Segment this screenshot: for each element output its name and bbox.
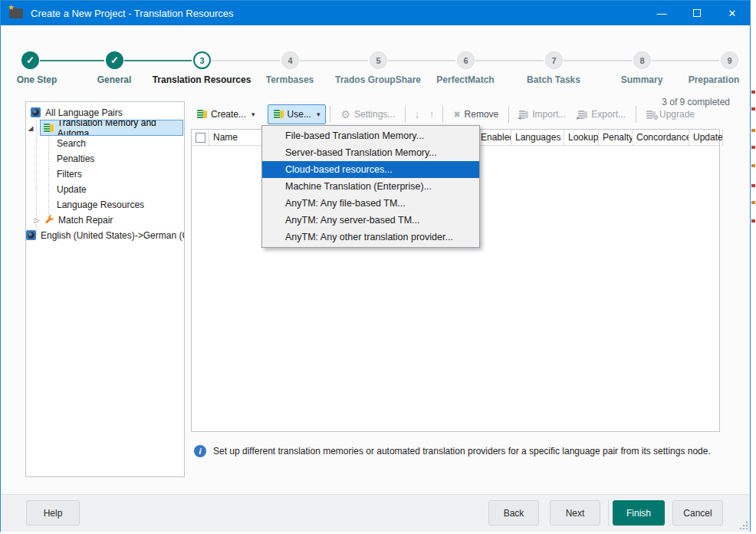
column-header-penalty[interactable]: Penalty — [599, 130, 633, 146]
step-circle-translation-resources[interactable]: 3 — [193, 51, 211, 69]
footer-separator — [608, 499, 609, 526]
tree-item-search[interactable]: Search — [26, 136, 184, 150]
use-label: Use... — [288, 109, 311, 120]
tree-item-label: Update — [57, 184, 87, 195]
step-circle-summary[interactable]: 8 — [633, 51, 651, 69]
close-button[interactable]: ✕ — [715, 1, 750, 25]
step-label-trados-groupshare[interactable]: Trados GroupShare — [328, 74, 428, 85]
step-connector — [564, 60, 632, 61]
tree-item-all-language-pairs[interactable]: All Language Pairs — [26, 105, 184, 120]
tree-item-label: Penalties — [57, 153, 94, 164]
import-button[interactable]: ◂ Import... — [513, 104, 572, 124]
tree-item-translation-memory-selected[interactable]: Translation Memory and Automa — [40, 120, 183, 136]
tree-item-label: English (United States)->German (Ge — [41, 230, 185, 241]
background-app-content — [751, 219, 755, 222]
finish-button[interactable]: Finish — [613, 500, 665, 526]
wrench-icon — [44, 215, 54, 225]
column-header-enabled[interactable]: Enabled — [477, 130, 511, 146]
menu-item-file-based-tm[interactable]: File-based Translation Memory... — [262, 127, 479, 144]
background-app-content — [751, 184, 755, 187]
select-all-checkbox[interactable] — [196, 133, 205, 143]
tree-item-english-german-pair[interactable]: English (United States)->German (Ge — [26, 228, 184, 242]
move-down-button[interactable]: ↓ — [409, 108, 424, 120]
star-icon: ★ — [8, 4, 15, 12]
menu-item-machine-translation-enterprise[interactable]: Machine Translation (Enterprise)... — [262, 178, 479, 195]
tree-item-match-repair[interactable]: ▷ Match Repair — [26, 213, 184, 227]
use-dropdown-menu: File-based Translation Memory... Server-… — [261, 125, 480, 248]
step-circle-general[interactable]: ✓ — [106, 51, 123, 69]
remove-x-icon: ✖ — [453, 109, 460, 120]
language-pair-icon — [26, 230, 36, 240]
remove-button[interactable]: ✖ Remove — [447, 104, 505, 124]
step-circle-preparation[interactable]: 9 — [721, 51, 738, 69]
remove-label: Remove — [465, 109, 499, 120]
column-header-update[interactable]: Update — [689, 130, 723, 146]
next-button[interactable]: Next — [550, 500, 600, 526]
step-circle-termbases[interactable]: 4 — [281, 51, 299, 69]
column-header-concordance[interactable]: Concordance — [633, 130, 689, 146]
translation-memory-icon — [44, 124, 54, 133]
step-circle-trados-groupshare[interactable]: 5 — [370, 51, 387, 69]
step-label-termbases[interactable]: Termbases — [240, 74, 340, 85]
menu-item-cloud-based-resources[interactable]: Cloud-based resources... — [262, 161, 479, 178]
step-label-perfectmatch[interactable]: PerfectMatch — [416, 74, 515, 85]
step-number: 9 — [727, 56, 731, 65]
maximize-button[interactable] — [679, 1, 715, 25]
step-circle-batch-tasks[interactable]: 7 — [545, 51, 563, 69]
screen: ★ Create a New Project - Translation Res… — [0, 0, 756, 534]
tree-item-label: Translation Memory and Automa — [58, 120, 182, 136]
caret-down-icon: ▾ — [251, 110, 255, 118]
background-app-content — [751, 91, 755, 94]
info-icon: i — [194, 445, 206, 457]
wizard-steps: ✓ ✓ 3 4 5 6 7 8 9 One Step General Trans… — [1, 25, 750, 87]
step-connector — [40, 60, 104, 61]
export-arrow-icon: ▸ — [577, 114, 580, 121]
tree-item-filters[interactable]: Filters — [26, 166, 184, 181]
gear-icon: ⚙ — [653, 114, 659, 121]
export-button[interactable]: ▸ Export... — [572, 104, 632, 124]
footer: Help Back Next Finish Cancel — [1, 494, 750, 532]
window-title: Create a New Project - Translation Resou… — [31, 8, 233, 19]
collapsed-icon[interactable]: ▷ — [32, 216, 41, 224]
cancel-button[interactable]: Cancel — [672, 500, 723, 526]
step-number: 5 — [376, 56, 380, 65]
translation-memory-icon — [197, 110, 207, 119]
column-header-lookup[interactable]: Lookup — [564, 130, 599, 146]
move-up-button[interactable]: ↑ — [424, 108, 439, 120]
step-connector — [212, 60, 280, 61]
minimize-button[interactable]: — — [644, 1, 679, 25]
tree-item-label: Filters — [57, 169, 82, 180]
create-button[interactable]: Create... ▾ — [191, 104, 261, 124]
expanded-icon[interactable]: ◢ — [26, 124, 35, 132]
step-label-batch-tasks[interactable]: Batch Tasks — [504, 74, 603, 85]
step-connector — [475, 60, 544, 61]
menu-item-server-based-tm[interactable]: Server-based Translation Memory... — [262, 144, 479, 161]
help-button[interactable]: Help — [26, 500, 80, 526]
toolbar-separator — [330, 106, 330, 123]
use-button[interactable]: Use... ▾ — [268, 104, 327, 124]
resize-grip[interactable] — [738, 520, 748, 529]
menu-item-anytm-file-based[interactable]: AnyTM: Any file-based TM... — [262, 195, 479, 212]
menu-item-anytm-server-based[interactable]: AnyTM: Any server-based TM... — [262, 212, 479, 229]
step-circle-perfectmatch[interactable]: 6 — [457, 51, 475, 69]
background-app-content — [751, 164, 755, 167]
tree-item-label: Search — [57, 138, 86, 149]
tree-item-penalties[interactable]: Penalties — [26, 151, 184, 166]
tm-toolbar: Create... ▾ Use... ▾ ⚙ Settings... ↓ ↑ ✖… — [191, 103, 720, 126]
tree-item-update[interactable]: Update — [26, 182, 184, 196]
check-icon: ✓ — [26, 54, 35, 66]
column-header-languages[interactable]: Languages — [511, 130, 564, 146]
step-circle-one-step[interactable]: ✓ — [21, 51, 39, 69]
step-label-preparation[interactable]: Preparation — [664, 74, 756, 85]
upgrade-button[interactable]: ⚙ Upgrade — [640, 104, 701, 124]
step-label-general[interactable]: General — [64, 74, 164, 85]
step-number: 7 — [551, 56, 556, 65]
step-label-translation-resources[interactable]: Translation Resources — [152, 74, 251, 85]
back-button[interactable]: Back — [488, 500, 539, 526]
settings-button[interactable]: ⚙ Settings... — [334, 104, 401, 124]
import-arrow-icon: ◂ — [518, 114, 521, 121]
tree-item-language-resources[interactable]: Language Resources — [26, 197, 184, 212]
menu-item-anytm-other-provider[interactable]: AnyTM: Any other translation provider... — [262, 229, 479, 246]
export-icon: ▸ — [578, 110, 587, 119]
arrow-up-icon: ↑ — [429, 108, 434, 120]
